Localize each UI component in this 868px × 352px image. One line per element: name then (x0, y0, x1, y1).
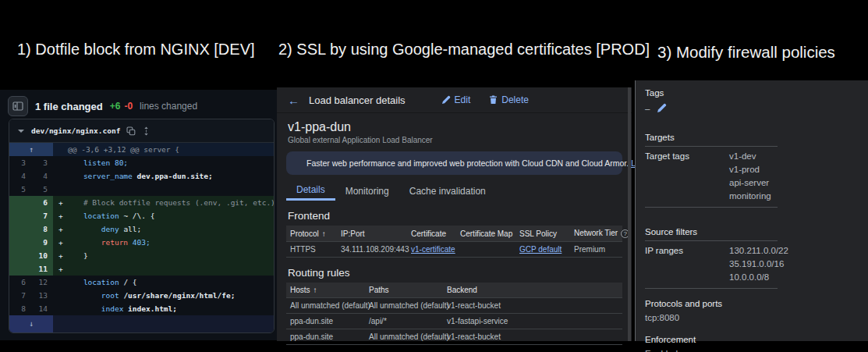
diff-row-expand: ↓ (9, 315, 274, 332)
sort-arrow-icon: ↑ (314, 286, 317, 294)
routing-rules-table: Hosts↑PathsBackendAll unmatched (default… (286, 283, 622, 345)
table-cell: 34.111.108.209:443 (337, 242, 407, 257)
diff-sign (53, 169, 66, 183)
diff-row-add: 9+ return 403; (9, 236, 274, 249)
old-line-number (9, 222, 31, 236)
new-line-number: 14 (31, 302, 53, 315)
column-header[interactable]: Protocol↑ (286, 226, 337, 241)
delete-button[interactable]: Delete (489, 94, 529, 105)
tab-monitoring[interactable]: Monitoring (335, 181, 399, 201)
new-line-number: 6 (31, 196, 53, 209)
chevron-down-icon[interactable] (17, 127, 25, 135)
protocols-title: Protocols and ports (645, 299, 857, 308)
diff-file-header: dev/nginx/nginx.conf (9, 119, 274, 143)
code-line: root /usr/share/nginx/html/fe; (66, 289, 235, 302)
column-header: Backend (443, 283, 622, 297)
old-line-number: 8 (9, 302, 31, 315)
value-line: 10.0.0.0/8 (729, 271, 857, 284)
edit-button[interactable]: Edit (441, 94, 471, 105)
diff-row-add: 8+ deny all; (9, 222, 274, 236)
back-arrow-icon[interactable]: ← (288, 94, 299, 107)
lb-header-title: Load balancer details (309, 94, 406, 106)
code-line: location ~ /\. { (66, 209, 154, 222)
load-balancer-panel: ← Load balancer details Edit Delete v1-p… (277, 87, 632, 341)
tab-details[interactable]: Details (286, 181, 335, 201)
tags-value: – (645, 104, 650, 113)
new-line-number: 12 (31, 276, 53, 289)
old-line-number: 6 (9, 276, 31, 289)
expand-up-button[interactable]: ↑ (9, 143, 53, 156)
table-cell: HTTPS (286, 242, 337, 257)
value-line: tcp:8080 (645, 311, 857, 325)
column-header: Network Tier? (570, 226, 632, 241)
tab-cache-invalidation[interactable]: Cache invalidation (399, 181, 496, 201)
table-cell: v1-react-bucket (443, 298, 622, 313)
sidebar-icon (12, 101, 23, 112)
diff-row-add: 6+ # Block dotfile requests (.env, .git,… (9, 196, 274, 209)
table-cell: ppa-dun.site (286, 314, 365, 329)
value-line: 130.211.0.0/22 (729, 244, 857, 258)
old-line-number (9, 196, 31, 209)
diff-summary-bar: 1 file changed +6 -0 lines changed (0, 90, 277, 118)
sort-arrow-icon: ↑ (322, 229, 326, 238)
table-row: ppa-dun.site/api/*v1-fastapi-service (286, 314, 622, 329)
column-header[interactable]: Hosts↑ (286, 283, 365, 297)
lines-changed-label: lines changed (140, 101, 197, 112)
column-header: SSL Policy (515, 226, 570, 241)
diff-sign: + (53, 196, 66, 209)
old-line-number (9, 262, 31, 276)
new-line-number: 11 (31, 262, 53, 276)
new-line-number: 9 (31, 236, 53, 249)
ip-ranges-row: IP ranges 130.211.0.0/2235.191.0.0/1610.… (645, 244, 857, 284)
table-row: ppa-dun.siteAll unmatched (default)v1-re… (286, 329, 622, 345)
table-link[interactable]: GCP default (515, 242, 570, 257)
target-tags-row: Target tags v1-devv1-prodapi-servermonit… (645, 150, 857, 203)
file-tree-toggle-button[interactable] (8, 96, 28, 116)
code-line: index index.html; (66, 302, 177, 315)
edit-tags-icon[interactable] (657, 103, 667, 113)
diff-panel: 1 file changed +6 -0 lines changed dev/n… (0, 90, 277, 340)
diff-sign (53, 289, 66, 302)
value-line: Enabled (645, 347, 857, 352)
diff-row-ctx: 44 server_name dev.ppa-dun.site; (9, 169, 274, 183)
diff-row-ctx: 814 index index.html; (9, 302, 274, 315)
edit-button-label: Edit (455, 94, 471, 105)
diff-sign: + (53, 249, 66, 262)
delete-button-label: Delete (501, 94, 529, 105)
scrollbar[interactable] (628, 87, 631, 341)
lb-actions: Edit Delete (441, 94, 529, 105)
copy-icon (126, 126, 136, 136)
old-line-number (9, 249, 31, 262)
code-line: return 403; (66, 236, 151, 249)
diff-row-ctx: 612 location / { (9, 276, 274, 289)
new-line-number: 10 (31, 249, 53, 262)
code-line: } (66, 249, 88, 262)
code-line: # Block dotfile requests (.env, .git, et… (66, 196, 275, 209)
copy-path-button[interactable] (126, 126, 136, 136)
lb-tab-bar: DetailsMonitoringCache invalidation (277, 181, 632, 201)
pencil-icon (441, 95, 451, 105)
table-cell: v1-fastapi-service (443, 314, 622, 329)
firewall-panel: Tags – Targets Target tags v1-devv1-prod… (635, 80, 868, 341)
diff-row-ctx: 33 listen 80; (9, 156, 274, 169)
hunk-text (53, 315, 274, 332)
diff-sign (53, 183, 66, 196)
hunk-text: @@ -3,6 +3,12 @@ server { (53, 143, 274, 156)
column-header: Paths (365, 283, 443, 297)
table-cell: All unmatched (default) (365, 298, 443, 313)
divider (645, 207, 778, 208)
banner-text: Faster web performance and improved web … (306, 158, 682, 168)
expand-all-button[interactable] (142, 126, 151, 136)
old-line-number: 5 (9, 183, 31, 196)
expand-down-button[interactable]: ↓ (9, 315, 53, 332)
protocols-section: Protocols and ports tcp:8080 (645, 299, 857, 325)
table-cell: Premium (570, 242, 622, 257)
column-header: Certificate (407, 226, 456, 241)
targets-title: Targets (645, 133, 857, 142)
protocols-values: tcp:8080 (645, 311, 857, 325)
lb-subtitle: Global external Application Load Balance… (288, 136, 621, 144)
file-name[interactable]: dev/nginx/nginx.conf (31, 126, 120, 135)
target-tags-values: v1-devv1-prodapi-servermonitoring (729, 150, 857, 203)
deletions-count: -0 (124, 101, 133, 112)
table-link[interactable]: v1-certificate (407, 242, 456, 257)
